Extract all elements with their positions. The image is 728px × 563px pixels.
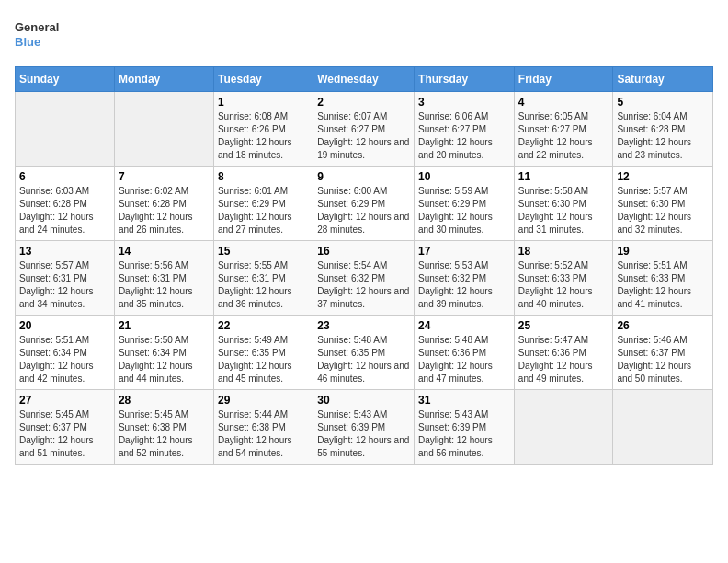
calendar-cell: 19Sunrise: 5:51 AM Sunset: 6:33 PM Dayli… [613, 241, 713, 316]
calendar-header-row: SundayMondayTuesdayWednesdayThursdayFrid… [16, 67, 713, 92]
day-info: Sunrise: 5:49 AM Sunset: 6:35 PM Dayligh… [218, 334, 309, 385]
day-number: 27 [19, 394, 110, 407]
calendar-cell: 4Sunrise: 6:05 AM Sunset: 6:27 PM Daylig… [514, 92, 613, 167]
day-number: 19 [617, 245, 709, 258]
day-number: 3 [418, 96, 510, 109]
calendar-week-row: 20Sunrise: 5:51 AM Sunset: 6:34 PM Dayli… [16, 316, 713, 390]
day-info: Sunrise: 5:50 AM Sunset: 6:34 PM Dayligh… [119, 334, 210, 385]
calendar-cell: 14Sunrise: 5:56 AM Sunset: 6:31 PM Dayli… [114, 241, 213, 316]
day-info: Sunrise: 5:55 AM Sunset: 6:31 PM Dayligh… [218, 259, 309, 311]
svg-text:Blue: Blue [15, 35, 40, 49]
calendar-cell: 30Sunrise: 5:43 AM Sunset: 6:39 PM Dayli… [313, 390, 415, 465]
calendar-cell: 24Sunrise: 5:48 AM Sunset: 6:36 PM Dayli… [415, 316, 515, 390]
column-header-friday: Friday [514, 67, 613, 92]
day-number: 6 [19, 170, 110, 183]
day-info: Sunrise: 5:56 AM Sunset: 6:31 PM Dayligh… [119, 259, 210, 311]
day-info: Sunrise: 5:48 AM Sunset: 6:35 PM Dayligh… [317, 334, 410, 385]
day-number: 30 [317, 394, 410, 407]
calendar-cell: 28Sunrise: 5:45 AM Sunset: 6:38 PM Dayli… [114, 390, 213, 465]
calendar-cell: 6Sunrise: 6:03 AM Sunset: 6:28 PM Daylig… [16, 167, 115, 241]
calendar-week-row: 6Sunrise: 6:03 AM Sunset: 6:28 PM Daylig… [16, 167, 713, 241]
column-header-sunday: Sunday [16, 67, 115, 92]
calendar-cell: 31Sunrise: 5:43 AM Sunset: 6:39 PM Dayli… [415, 390, 515, 465]
day-number: 14 [119, 245, 210, 258]
day-number: 23 [317, 319, 410, 332]
day-number: 28 [119, 394, 210, 407]
day-info: Sunrise: 5:57 AM Sunset: 6:30 PM Dayligh… [617, 185, 709, 236]
day-number: 2 [317, 96, 410, 109]
day-info: Sunrise: 5:59 AM Sunset: 6:29 PM Dayligh… [418, 185, 510, 236]
day-info: Sunrise: 6:07 AM Sunset: 6:27 PM Dayligh… [317, 110, 410, 162]
calendar-table: SundayMondayTuesdayWednesdayThursdayFrid… [15, 66, 713, 465]
day-info: Sunrise: 6:08 AM Sunset: 6:26 PM Dayligh… [218, 110, 309, 162]
calendar-cell: 27Sunrise: 5:45 AM Sunset: 6:37 PM Dayli… [16, 390, 115, 465]
day-number: 11 [518, 170, 609, 183]
calendar-cell: 5Sunrise: 6:04 AM Sunset: 6:28 PM Daylig… [613, 92, 713, 167]
calendar-cell: 7Sunrise: 6:02 AM Sunset: 6:28 PM Daylig… [114, 167, 213, 241]
day-info: Sunrise: 5:44 AM Sunset: 6:38 PM Dayligh… [218, 408, 309, 460]
day-number: 17 [418, 245, 510, 258]
column-header-monday: Monday [114, 67, 213, 92]
day-number: 22 [218, 319, 309, 332]
column-header-tuesday: Tuesday [213, 67, 313, 92]
day-number: 25 [518, 319, 609, 332]
svg-text:General: General [15, 20, 59, 34]
day-info: Sunrise: 5:58 AM Sunset: 6:30 PM Dayligh… [518, 185, 609, 236]
calendar-cell: 3Sunrise: 6:06 AM Sunset: 6:27 PM Daylig… [415, 92, 515, 167]
calendar-cell: 25Sunrise: 5:47 AM Sunset: 6:36 PM Dayli… [514, 316, 613, 390]
day-info: Sunrise: 5:57 AM Sunset: 6:31 PM Dayligh… [19, 259, 110, 311]
day-number: 31 [418, 394, 510, 407]
day-number: 8 [218, 170, 309, 183]
day-info: Sunrise: 6:01 AM Sunset: 6:29 PM Dayligh… [218, 185, 309, 236]
day-number: 1 [218, 96, 309, 109]
calendar-cell: 9Sunrise: 6:00 AM Sunset: 6:29 PM Daylig… [313, 167, 415, 241]
day-info: Sunrise: 5:43 AM Sunset: 6:39 PM Dayligh… [317, 408, 410, 460]
day-info: Sunrise: 5:47 AM Sunset: 6:36 PM Dayligh… [518, 334, 609, 385]
logo: General Blue [15, 15, 70, 55]
calendar-cell: 23Sunrise: 5:48 AM Sunset: 6:35 PM Dayli… [313, 316, 415, 390]
calendar-cell: 16Sunrise: 5:54 AM Sunset: 6:32 PM Dayli… [313, 241, 415, 316]
calendar-cell: 15Sunrise: 5:55 AM Sunset: 6:31 PM Dayli… [213, 241, 313, 316]
calendar-cell: 1Sunrise: 6:08 AM Sunset: 6:26 PM Daylig… [213, 92, 313, 167]
day-info: Sunrise: 6:00 AM Sunset: 6:29 PM Dayligh… [317, 185, 410, 236]
day-number: 7 [119, 170, 210, 183]
day-number: 16 [317, 245, 410, 258]
calendar-cell: 22Sunrise: 5:49 AM Sunset: 6:35 PM Dayli… [213, 316, 313, 390]
calendar-cell [613, 390, 713, 465]
day-info: Sunrise: 5:46 AM Sunset: 6:37 PM Dayligh… [617, 334, 709, 385]
day-info: Sunrise: 5:43 AM Sunset: 6:39 PM Dayligh… [418, 408, 510, 460]
day-info: Sunrise: 5:53 AM Sunset: 6:32 PM Dayligh… [418, 259, 510, 311]
calendar-cell: 21Sunrise: 5:50 AM Sunset: 6:34 PM Dayli… [114, 316, 213, 390]
column-header-thursday: Thursday [415, 67, 515, 92]
day-info: Sunrise: 5:51 AM Sunset: 6:34 PM Dayligh… [19, 334, 110, 385]
calendar-cell [514, 390, 613, 465]
day-number: 15 [218, 245, 309, 258]
calendar-cell: 8Sunrise: 6:01 AM Sunset: 6:29 PM Daylig… [213, 167, 313, 241]
calendar-cell [114, 92, 213, 167]
day-number: 5 [617, 96, 709, 109]
day-number: 12 [617, 170, 709, 183]
day-info: Sunrise: 6:05 AM Sunset: 6:27 PM Dayligh… [518, 110, 609, 162]
day-number: 24 [418, 319, 510, 332]
day-info: Sunrise: 5:54 AM Sunset: 6:32 PM Dayligh… [317, 259, 410, 311]
calendar-cell: 2Sunrise: 6:07 AM Sunset: 6:27 PM Daylig… [313, 92, 415, 167]
calendar-cell: 29Sunrise: 5:44 AM Sunset: 6:38 PM Dayli… [213, 390, 313, 465]
day-number: 4 [518, 96, 609, 109]
day-number: 18 [518, 245, 609, 258]
day-info: Sunrise: 5:48 AM Sunset: 6:36 PM Dayligh… [418, 334, 510, 385]
day-number: 21 [119, 319, 210, 332]
calendar-week-row: 27Sunrise: 5:45 AM Sunset: 6:37 PM Dayli… [16, 390, 713, 465]
day-number: 9 [317, 170, 410, 183]
day-number: 29 [218, 394, 309, 407]
calendar-week-row: 1Sunrise: 6:08 AM Sunset: 6:26 PM Daylig… [16, 92, 713, 167]
calendar-cell: 18Sunrise: 5:52 AM Sunset: 6:33 PM Dayli… [514, 241, 613, 316]
day-info: Sunrise: 5:45 AM Sunset: 6:37 PM Dayligh… [19, 408, 110, 460]
column-header-saturday: Saturday [613, 67, 713, 92]
day-info: Sunrise: 6:03 AM Sunset: 6:28 PM Dayligh… [19, 185, 110, 236]
calendar-cell: 26Sunrise: 5:46 AM Sunset: 6:37 PM Dayli… [613, 316, 713, 390]
day-number: 10 [418, 170, 510, 183]
page-header: General Blue [15, 15, 713, 55]
logo-svg: General Blue [15, 15, 70, 55]
calendar-cell [16, 92, 115, 167]
day-info: Sunrise: 5:45 AM Sunset: 6:38 PM Dayligh… [119, 408, 210, 460]
